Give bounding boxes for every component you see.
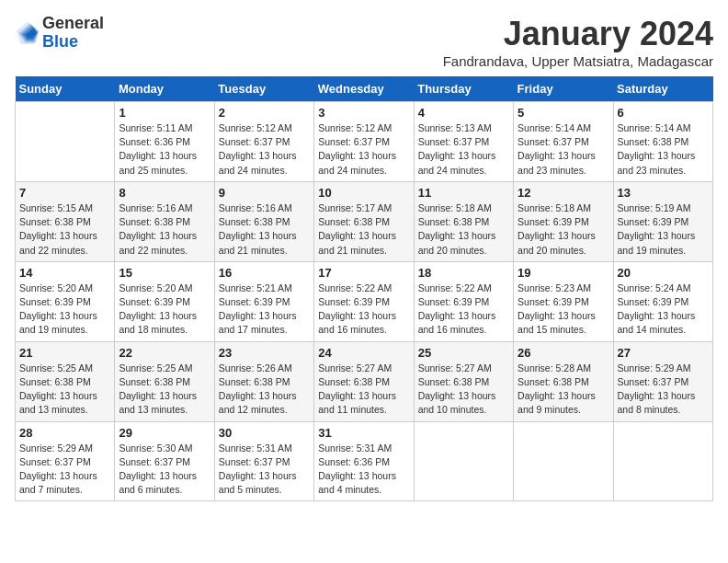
day-number: 14: [19, 266, 110, 280]
calendar-cell: 13Sunrise: 5:19 AMSunset: 6:39 PMDayligh…: [613, 181, 712, 261]
day-sun-info: Sunrise: 5:12 AMSunset: 6:37 PMDaylight:…: [219, 121, 310, 178]
calendar-cell: 19Sunrise: 5:23 AMSunset: 6:39 PMDayligh…: [514, 261, 613, 341]
day-number: 9: [219, 186, 310, 200]
logo: General Blue: [15, 15, 104, 52]
month-title: January 2024: [443, 15, 713, 53]
day-sun-info: Sunrise: 5:14 AMSunset: 6:38 PMDaylight:…: [618, 121, 709, 178]
sunset-text: Sunset: 6:37 PM: [518, 135, 609, 149]
day-sun-info: Sunrise: 5:23 AMSunset: 6:39 PMDaylight:…: [518, 282, 609, 338]
day-number: 26: [518, 346, 609, 360]
calendar-cell: 18Sunrise: 5:22 AMSunset: 6:39 PMDayligh…: [414, 261, 513, 341]
daylight-minutes-text: and 24 minutes.: [418, 164, 509, 178]
calendar-cell: 27Sunrise: 5:29 AMSunset: 6:37 PMDayligh…: [613, 341, 712, 421]
day-sun-info: Sunrise: 5:15 AMSunset: 6:38 PMDaylight:…: [19, 201, 110, 258]
daylight-minutes-text: and 5 minutes.: [219, 483, 310, 497]
sunrise-text: Sunrise: 5:25 AM: [19, 362, 110, 375]
sunset-text: Sunset: 6:38 PM: [418, 215, 509, 229]
sunrise-text: Sunrise: 5:28 AM: [518, 362, 609, 375]
sunset-text: Sunset: 6:36 PM: [119, 135, 210, 149]
sunset-text: Sunset: 6:39 PM: [618, 295, 709, 309]
day-number: 22: [119, 346, 210, 360]
calendar-week-row: 14Sunrise: 5:20 AMSunset: 6:39 PMDayligh…: [16, 261, 713, 341]
sunrise-text: Sunrise: 5:16 AM: [219, 201, 310, 215]
sunrise-text: Sunrise: 5:30 AM: [119, 442, 210, 455]
daylight-minutes-text: and 6 minutes.: [119, 483, 210, 497]
daylight-minutes-text: and 16 minutes.: [418, 323, 509, 337]
day-sun-info: Sunrise: 5:31 AMSunset: 6:36 PMDaylight:…: [318, 442, 409, 498]
calendar-cell: [613, 421, 712, 501]
sunset-text: Sunset: 6:37 PM: [618, 375, 709, 389]
day-number: 16: [219, 266, 310, 280]
daylight-text: Daylight: 13 hours: [518, 309, 609, 323]
calendar-cell: [514, 421, 613, 501]
sunrise-text: Sunrise: 5:31 AM: [318, 442, 409, 455]
logo-general-text: General: [42, 14, 104, 32]
daylight-minutes-text: and 13 minutes.: [119, 403, 210, 417]
daylight-text: Daylight: 13 hours: [618, 389, 709, 403]
sunrise-text: Sunrise: 5:31 AM: [219, 442, 310, 455]
daylight-text: Daylight: 13 hours: [19, 309, 110, 323]
daylight-text: Daylight: 13 hours: [318, 309, 409, 323]
calendar-cell: [414, 421, 513, 501]
daylight-text: Daylight: 13 hours: [418, 149, 509, 163]
daylight-text: Daylight: 13 hours: [119, 309, 210, 323]
sunrise-text: Sunrise: 5:27 AM: [418, 362, 509, 375]
calendar-cell: 16Sunrise: 5:21 AMSunset: 6:39 PMDayligh…: [214, 261, 313, 341]
sunset-text: Sunset: 6:38 PM: [618, 135, 709, 149]
day-sun-info: Sunrise: 5:14 AMSunset: 6:37 PMDaylight:…: [518, 121, 609, 178]
logo-icon: [15, 20, 40, 46]
sunrise-text: Sunrise: 5:22 AM: [418, 282, 509, 295]
day-number: 19: [518, 266, 609, 280]
daylight-text: Daylight: 13 hours: [19, 389, 110, 403]
sunset-text: Sunset: 6:39 PM: [418, 295, 509, 309]
calendar-week-row: 7Sunrise: 5:15 AMSunset: 6:38 PMDaylight…: [16, 181, 713, 261]
day-number: 31: [318, 426, 409, 440]
calendar-cell: 1Sunrise: 5:11 AMSunset: 6:36 PMDaylight…: [115, 102, 214, 182]
day-number: 28: [19, 426, 110, 440]
day-sun-info: Sunrise: 5:22 AMSunset: 6:39 PMDaylight:…: [418, 282, 509, 338]
calendar-cell: 9Sunrise: 5:16 AMSunset: 6:38 PMDaylight…: [214, 181, 313, 261]
sunset-text: Sunset: 6:36 PM: [318, 455, 409, 469]
daylight-minutes-text: and 20 minutes.: [518, 244, 609, 258]
day-number: 24: [318, 346, 409, 360]
day-sun-info: Sunrise: 5:30 AMSunset: 6:37 PMDaylight:…: [119, 442, 210, 498]
sunset-text: Sunset: 6:38 PM: [19, 215, 110, 229]
calendar-cell: 5Sunrise: 5:14 AMSunset: 6:37 PMDaylight…: [514, 102, 613, 182]
calendar-cell: 23Sunrise: 5:26 AMSunset: 6:38 PMDayligh…: [214, 341, 313, 421]
logo-text: General Blue: [42, 15, 104, 52]
sunrise-text: Sunrise: 5:20 AM: [119, 282, 210, 295]
day-sun-info: Sunrise: 5:16 AMSunset: 6:38 PMDaylight:…: [119, 201, 210, 258]
day-number: 25: [418, 346, 509, 360]
day-number: 20: [618, 266, 709, 280]
sunset-text: Sunset: 6:39 PM: [518, 215, 609, 229]
daylight-minutes-text: and 13 minutes.: [19, 403, 110, 417]
weekday-header-tuesday: Tuesday: [214, 76, 313, 102]
logo-blue-text: Blue: [42, 32, 78, 51]
sunrise-text: Sunrise: 5:20 AM: [19, 282, 110, 295]
weekday-header-row: SundayMondayTuesdayWednesdayThursdayFrid…: [16, 76, 713, 102]
daylight-text: Daylight: 13 hours: [219, 229, 310, 243]
sunset-text: Sunset: 6:38 PM: [219, 375, 310, 389]
sunrise-text: Sunrise: 5:26 AM: [219, 362, 310, 375]
day-sun-info: Sunrise: 5:20 AMSunset: 6:39 PMDaylight:…: [19, 282, 110, 338]
sunrise-text: Sunrise: 5:18 AM: [418, 201, 509, 215]
day-number: 2: [219, 106, 310, 120]
calendar-cell: 28Sunrise: 5:29 AMSunset: 6:37 PMDayligh…: [16, 421, 115, 501]
sunrise-text: Sunrise: 5:16 AM: [119, 201, 210, 215]
calendar-cell: 26Sunrise: 5:28 AMSunset: 6:38 PMDayligh…: [514, 341, 613, 421]
daylight-minutes-text: and 20 minutes.: [418, 244, 509, 258]
sunrise-text: Sunrise: 5:11 AM: [119, 121, 210, 135]
weekday-header-sunday: Sunday: [16, 76, 115, 102]
daylight-text: Daylight: 13 hours: [119, 469, 210, 483]
day-sun-info: Sunrise: 5:12 AMSunset: 6:37 PMDaylight:…: [318, 121, 409, 178]
sunset-text: Sunset: 6:37 PM: [219, 455, 310, 469]
location-subtitle: Fandrandava, Upper Matsiatra, Madagascar: [443, 53, 713, 69]
sunrise-text: Sunrise: 5:12 AM: [318, 121, 409, 135]
daylight-minutes-text: and 22 minutes.: [119, 244, 210, 258]
daylight-text: Daylight: 13 hours: [318, 389, 409, 403]
daylight-text: Daylight: 13 hours: [318, 229, 409, 243]
day-sun-info: Sunrise: 5:18 AMSunset: 6:39 PMDaylight:…: [518, 201, 609, 258]
daylight-minutes-text: and 4 minutes.: [318, 483, 409, 497]
weekday-header-monday: Monday: [115, 76, 214, 102]
daylight-minutes-text: and 21 minutes.: [318, 244, 409, 258]
